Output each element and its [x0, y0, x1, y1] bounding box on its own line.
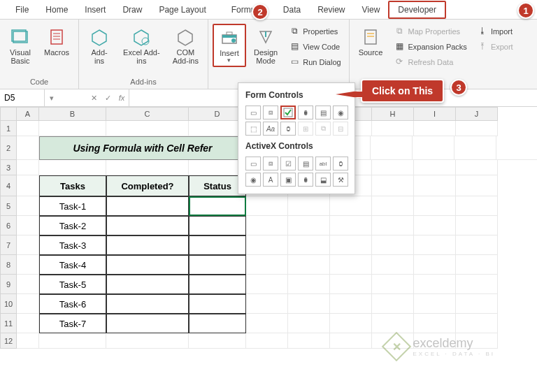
cell-G6[interactable] — [330, 216, 372, 235]
cell-A12[interactable] — [17, 333, 39, 349]
tab-developer[interactable]: Developer — [388, 1, 446, 19]
ax-button-icon[interactable]: ▭ — [245, 157, 261, 170]
col-header-i[interactable]: I — [414, 107, 456, 121]
ax-textbox-icon[interactable]: abl — [315, 157, 331, 170]
row-header-12[interactable]: 12 — [0, 333, 17, 349]
row-header-4[interactable]: 4 — [0, 175, 17, 196]
cell-E6[interactable] — [246, 216, 288, 235]
ax-option-icon[interactable]: ◉ — [245, 173, 261, 187]
cell-G10[interactable] — [330, 294, 372, 314]
tab-review[interactable]: Review — [309, 2, 353, 17]
cell-B6[interactable]: Task-2 — [39, 216, 106, 235]
cell-H7[interactable] — [372, 235, 414, 255]
ax-checkbox-icon[interactable]: ☑ — [280, 157, 296, 170]
cell-C6[interactable] — [106, 216, 189, 235]
cell-A4[interactable] — [17, 175, 39, 196]
cell-J5[interactable] — [456, 196, 498, 216]
row-header-7[interactable]: 7 — [0, 235, 17, 255]
ax-combo-icon[interactable]: ⧈ — [263, 157, 278, 170]
form-textfield-icon[interactable]: ⊞ — [298, 122, 313, 136]
cell-B7[interactable]: Task-3 — [39, 235, 106, 255]
cell-B12[interactable] — [39, 333, 106, 349]
cell-H4[interactable] — [372, 175, 414, 196]
excel-addins-button[interactable]: Excel Add- ins — [118, 24, 165, 67]
cell-H3[interactable] — [372, 160, 414, 175]
cell-I7[interactable] — [414, 235, 456, 255]
cell-B3[interactable] — [39, 160, 106, 175]
cell-B1[interactable] — [39, 121, 106, 136]
cell-F12[interactable] — [288, 333, 330, 349]
cell-C1[interactable] — [106, 121, 189, 136]
cell-D8[interactable] — [189, 255, 246, 275]
col-header-a[interactable]: A — [17, 107, 39, 121]
cell-D11[interactable] — [189, 314, 246, 333]
cell-E5[interactable] — [246, 196, 288, 216]
cell-C11[interactable] — [106, 314, 189, 333]
cell-I1[interactable] — [414, 121, 456, 136]
cell-H5[interactable] — [372, 196, 414, 216]
cell-C7[interactable] — [106, 235, 189, 255]
cell-B10[interactable]: Task-6 — [39, 294, 106, 314]
ax-image-icon[interactable]: ▣ — [280, 173, 296, 187]
form-checkbox-icon[interactable] — [280, 106, 296, 119]
cell-E7[interactable] — [246, 235, 288, 255]
cell-G9[interactable] — [330, 275, 372, 294]
form-group-icon[interactable]: ⬚ — [245, 122, 261, 136]
title-cell[interactable]: Using Formula with Cell Refer — [39, 136, 246, 160]
import-button[interactable]: ⭳Import — [473, 24, 517, 39]
cell-I4[interactable] — [414, 175, 456, 196]
cell-B9[interactable]: Task-5 — [39, 275, 106, 294]
insert-function-icon[interactable]: fx — [115, 94, 129, 102]
row-header-3[interactable]: 3 — [0, 160, 17, 175]
cell-G5[interactable] — [330, 196, 372, 216]
row-header-2[interactable]: 2 — [0, 136, 17, 160]
cell-A9[interactable] — [17, 275, 39, 294]
name-box-dropdown[interactable]: ▾ — [45, 94, 59, 103]
row-header-9[interactable]: 9 — [0, 275, 17, 294]
cell-F7[interactable] — [288, 235, 330, 255]
cell-C8[interactable] — [106, 255, 189, 275]
design-mode-button[interactable]: Design Mode — [249, 24, 282, 67]
cell-C10[interactable] — [106, 294, 189, 314]
cell-C5[interactable] — [106, 196, 189, 216]
cell-F10[interactable] — [288, 294, 330, 314]
cell-F9[interactable] — [288, 275, 330, 294]
cell-F11[interactable] — [288, 314, 330, 333]
cell-B4[interactable]: Tasks — [39, 175, 106, 196]
tab-data[interactable]: Data — [275, 2, 309, 17]
cell-H11[interactable] — [372, 314, 414, 333]
cell-J2[interactable] — [496, 136, 537, 160]
cell-D10[interactable] — [189, 294, 246, 314]
ax-spin-icon[interactable]: ⧯ — [298, 173, 313, 187]
cell-C4[interactable]: Completed? — [106, 175, 189, 196]
cell-H9[interactable] — [372, 275, 414, 294]
tab-view[interactable]: View — [354, 2, 389, 17]
cell-H1[interactable] — [372, 121, 414, 136]
run-dialog-button[interactable]: ▭Run Dialog — [285, 55, 344, 70]
row-header-10[interactable]: 10 — [0, 294, 17, 314]
ax-label-icon[interactable]: A — [263, 173, 278, 187]
cell-J7[interactable] — [456, 235, 498, 255]
form-listbox-icon[interactable]: ▤ — [315, 106, 331, 119]
tab-insert[interactable]: Insert — [76, 2, 114, 17]
row-header-1[interactable]: 1 — [0, 121, 17, 136]
cell-J11[interactable] — [456, 314, 498, 333]
cell-J3[interactable] — [456, 160, 498, 175]
form-label-icon[interactable]: Aa — [263, 122, 278, 136]
source-button[interactable]: Source — [354, 24, 388, 59]
cell-A10[interactable] — [17, 294, 39, 314]
cell-D7[interactable] — [189, 235, 246, 255]
cell-H8[interactable] — [372, 255, 414, 275]
cell-A1[interactable] — [17, 121, 39, 136]
cell-G12[interactable] — [330, 333, 372, 349]
form-combo-icon[interactable]: ⧈ — [263, 106, 278, 119]
col-header-c[interactable]: C — [106, 107, 189, 121]
cell-A8[interactable] — [17, 255, 39, 275]
row-header-11[interactable]: 11 — [0, 314, 17, 333]
row-header-5[interactable]: 5 — [0, 196, 17, 216]
visual-basic-button[interactable]: Visual Basic — [4, 24, 36, 67]
col-header-b[interactable]: B — [39, 107, 106, 121]
form-scroll-icon[interactable]: ⧮ — [280, 122, 296, 136]
cell-J4[interactable] — [456, 175, 498, 196]
cell-A2[interactable] — [17, 136, 39, 160]
